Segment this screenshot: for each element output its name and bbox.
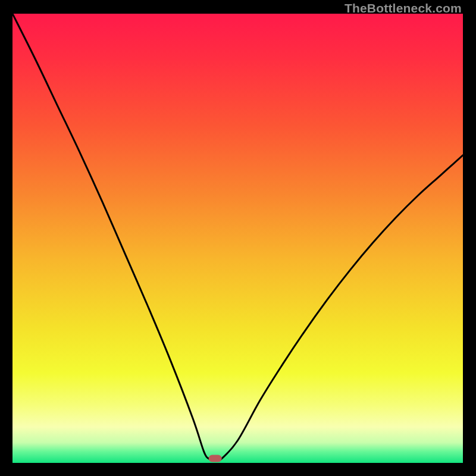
minimum-marker: [209, 455, 222, 462]
plot-area: [12, 14, 463, 463]
chart-svg: [12, 14, 463, 463]
gradient-background: [12, 14, 463, 463]
chart-frame: TheBottleneck.com: [0, 0, 476, 476]
watermark-text: TheBottleneck.com: [345, 1, 462, 15]
